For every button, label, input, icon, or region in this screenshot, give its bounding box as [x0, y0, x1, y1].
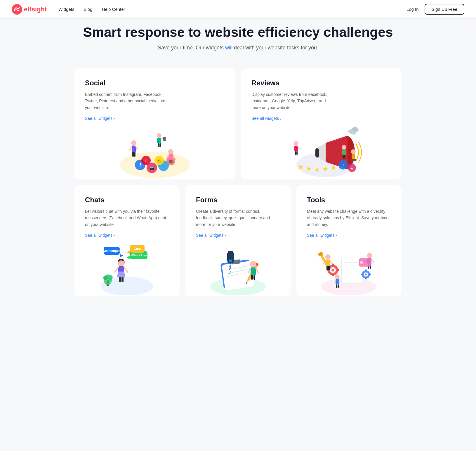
svg-rect-59	[119, 277, 121, 282]
svg-rect-109	[337, 269, 339, 271]
forms-illustration: ✗ ✓	[196, 238, 280, 296]
svg-rect-49	[343, 155, 344, 159]
svg-rect-30	[159, 143, 161, 147]
svg-rect-29	[158, 143, 159, 147]
chats-illustration: WhatsApp Messenger Chat	[85, 238, 169, 296]
reviews-illustration: ★ ★ ★ ★ ★ f ★	[251, 121, 391, 179]
logo[interactable]: elfsight	[12, 4, 47, 15]
reviews-link[interactable]: See all widgets ›	[251, 116, 282, 121]
svg-point-73	[107, 275, 113, 280]
hero-title: Smart response to website efficiency cha…	[12, 25, 464, 40]
svg-rect-114	[365, 269, 367, 271]
svg-rect-91	[251, 267, 256, 275]
chats-link[interactable]: See all widgets ›	[85, 233, 115, 238]
svg-text:★: ★	[322, 165, 328, 173]
svg-rect-19	[134, 152, 135, 157]
svg-text:WhatsApp: WhatsApp	[131, 253, 147, 257]
svg-rect-117	[369, 274, 371, 275]
svg-point-72	[103, 276, 108, 280]
chats-card: Chats Let visitors chat with you via the…	[74, 185, 180, 296]
svg-text:★: ★	[298, 163, 304, 171]
svg-rect-115	[365, 278, 367, 279]
svg-point-51	[351, 149, 356, 154]
forms-link[interactable]: See all widgets ›	[196, 233, 226, 238]
tools-link[interactable]: See all widgets ›	[307, 233, 337, 238]
svg-rect-134	[336, 284, 337, 288]
reviews-card: Reviews Display customer reviews from Fa…	[241, 68, 402, 179]
svg-rect-121	[326, 260, 330, 266]
forms-card: Forms Create a diversity of forms: conta…	[185, 185, 291, 296]
svg-text:★: ★	[306, 165, 312, 172]
svg-point-132	[335, 274, 340, 279]
svg-point-137	[360, 261, 363, 264]
hero-section: Smart response to website efficiency cha…	[0, 19, 476, 63]
nav-widgets[interactable]: Widgets	[58, 7, 74, 12]
svg-text:😊: 😊	[157, 159, 161, 163]
svg-rect-135	[338, 284, 339, 288]
svg-line-16	[129, 146, 132, 151]
svg-text:✓: ✓	[228, 269, 233, 276]
nav-blog[interactable]: Blog	[84, 7, 92, 12]
login-link[interactable]: Log In	[406, 7, 419, 12]
svg-text:★: ★	[350, 167, 353, 170]
svg-text:Chat: Chat	[134, 247, 141, 250]
svg-rect-45	[295, 151, 296, 155]
nav-help-center[interactable]: Help Center	[102, 7, 125, 12]
svg-text:★: ★	[331, 164, 336, 171]
tools-desc: Meet any website challenge with a divers…	[307, 208, 389, 228]
nav-links: Widgets Blog Help Center	[58, 7, 406, 12]
svg-rect-48	[342, 150, 346, 155]
svg-text:f: f	[140, 163, 141, 167]
svg-rect-95	[253, 275, 255, 280]
svg-point-90	[250, 261, 256, 267]
svg-rect-43	[294, 146, 298, 151]
svg-point-113	[365, 274, 367, 276]
svg-rect-133	[336, 279, 339, 284]
svg-rect-60	[121, 277, 124, 282]
svg-rect-107	[332, 274, 334, 276]
social-link[interactable]: See all widgets ›	[85, 116, 115, 121]
svg-rect-52	[352, 154, 355, 159]
bottom-row: Chats Let visitors chat with you via the…	[74, 185, 402, 296]
top-row: Social Embed content from Instagram, Fac…	[74, 68, 402, 179]
svg-point-126	[367, 253, 372, 258]
svg-point-105	[331, 269, 334, 272]
signup-button[interactable]: Sign Up Free	[425, 4, 464, 15]
tools-illustration	[307, 238, 391, 296]
svg-point-14	[131, 140, 136, 146]
social-card: Social Embed content from Instagram, Fac…	[74, 68, 235, 179]
svg-point-25	[157, 133, 161, 138]
svg-text:f: f	[343, 163, 344, 167]
svg-rect-97	[342, 257, 362, 283]
hero-subtitle: Save your time. Our widgets will deal wi…	[12, 45, 464, 51]
tools-title: Tools	[307, 196, 391, 204]
svg-rect-21	[168, 154, 173, 160]
reviews-desc: Display customer reviews from Facebook, …	[251, 91, 333, 111]
svg-rect-18	[132, 152, 134, 157]
reviews-title: Reviews	[251, 79, 391, 87]
svg-text:Messenger: Messenger	[103, 249, 120, 253]
social-desc: Embed content from Instagram, Facebook, …	[85, 91, 167, 111]
social-title: Social	[85, 79, 225, 87]
svg-rect-28	[163, 137, 166, 141]
logo-text: elfsight	[24, 6, 47, 13]
svg-rect-125	[328, 266, 330, 270]
svg-text:🐦: 🐦	[161, 164, 166, 168]
svg-point-42	[294, 141, 298, 146]
svg-marker-63	[126, 256, 130, 259]
svg-marker-69	[126, 250, 130, 254]
svg-point-20	[168, 149, 173, 154]
forms-desc: Create a diversity of forms: contact, fe…	[196, 208, 278, 228]
svg-rect-85	[229, 260, 232, 262]
svg-text:P: P	[145, 159, 147, 163]
svg-line-57	[115, 267, 118, 272]
svg-rect-94	[251, 275, 253, 280]
svg-text:★: ★	[314, 166, 320, 173]
svg-rect-116	[361, 274, 363, 275]
svg-line-58	[124, 267, 128, 272]
svg-rect-50	[344, 155, 345, 159]
svg-rect-53	[351, 159, 356, 161]
svg-rect-26	[157, 138, 161, 143]
svg-line-123	[330, 260, 332, 264]
svg-line-93	[256, 268, 258, 273]
